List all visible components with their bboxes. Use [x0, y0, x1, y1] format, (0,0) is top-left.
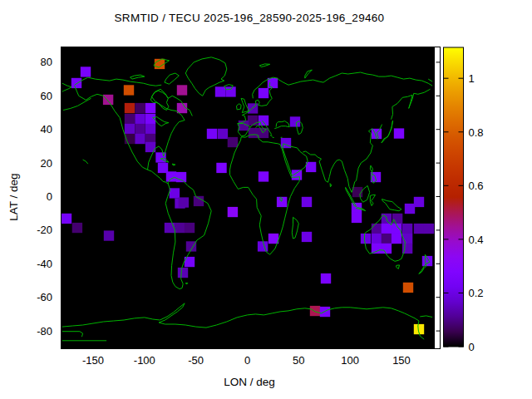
tec-cell	[216, 163, 226, 173]
tec-cell	[361, 234, 371, 244]
tec-cell	[259, 171, 268, 181]
map-plot: 806040200-20-40-60-80-150-100-5005010015…	[0, 0, 532, 399]
tec-cell	[145, 124, 155, 134]
colorbar-tick-label: 0.8	[469, 126, 484, 139]
tec-cell	[72, 223, 82, 233]
tec-cell	[103, 95, 113, 105]
tec-cell	[306, 162, 316, 172]
colorbar-tick-label: 0.4	[469, 234, 484, 246]
tec-cell	[62, 214, 71, 224]
tec-cell	[259, 116, 268, 126]
tec-cell	[302, 197, 312, 207]
tec-cell	[215, 86, 225, 96]
tec-cell	[135, 103, 145, 113]
tec-cell	[392, 234, 401, 244]
tec-cell	[170, 188, 180, 198]
tec-cell	[382, 244, 392, 254]
x-axis-label: LON / deg	[46, 376, 453, 388]
tec-cell	[194, 196, 204, 206]
chart-title: SRMTID / TECU 2025-196_28590-2025-196_29…	[46, 12, 453, 24]
tec-cell	[179, 197, 189, 207]
y-tick-label: 60	[41, 90, 52, 102]
tec-cell	[228, 137, 238, 147]
x-tick-label: -100	[134, 354, 155, 367]
tec-cell	[166, 171, 176, 181]
tec-cell	[225, 86, 235, 96]
tec-cell	[402, 224, 412, 234]
y-axis-label: LAT / deg	[7, 155, 22, 239]
map-background	[62, 47, 435, 348]
colorbar-tick-label: 1	[469, 72, 475, 85]
tec-cell	[125, 124, 135, 134]
colorbar-tick-label: 0.6	[469, 180, 484, 192]
tec-cell	[372, 244, 382, 254]
tec-cell	[302, 232, 312, 242]
tec-cell	[165, 223, 175, 233]
tec-cell	[135, 114, 145, 124]
x-tick-label: 100	[341, 354, 359, 367]
x-tick-label: 0	[244, 354, 250, 367]
tec-cell	[372, 234, 382, 244]
tec-cell	[124, 85, 134, 95]
x-tick-label: 50	[293, 354, 304, 367]
tec-cell	[258, 241, 268, 251]
x-tick-label: 150	[392, 354, 411, 367]
tec-cell	[403, 283, 413, 293]
tec-cell	[228, 207, 238, 217]
tec-cell	[125, 114, 135, 124]
x-tick-label: -50	[188, 354, 204, 367]
tec-cell	[81, 66, 91, 76]
figure: 806040200-20-40-60-80-150-100-5005010015…	[0, 0, 532, 399]
colorbar-tick-label: 0	[469, 341, 475, 353]
tec-cell	[424, 224, 434, 234]
tec-cell	[259, 88, 268, 98]
tec-cell	[352, 213, 362, 223]
tec-cell	[414, 197, 424, 207]
y-tick-label: -80	[37, 325, 52, 337]
y-tick-label: -60	[37, 291, 52, 303]
y-tick-label: -20	[37, 224, 52, 236]
y-tick-label: 40	[41, 123, 52, 135]
y-tick-label: 0	[47, 190, 52, 203]
tec-cell	[125, 103, 135, 113]
tec-cell	[372, 224, 382, 234]
tec-cell	[394, 128, 404, 138]
tec-cell	[248, 103, 258, 113]
tec-cell	[321, 273, 331, 283]
tec-cell	[310, 306, 320, 316]
tec-cell	[382, 234, 392, 244]
tec-cell	[177, 85, 187, 95]
colorbar-tick-label: 0.2	[469, 287, 484, 299]
y-tick-label: -40	[37, 258, 52, 270]
tec-cell	[218, 129, 228, 139]
y-tick-label: 80	[41, 56, 52, 68]
tec-cell	[382, 224, 392, 234]
colorbar	[444, 47, 464, 347]
tec-cell	[158, 163, 168, 173]
tec-cell	[185, 223, 195, 233]
y-tick-label: 20	[41, 157, 52, 170]
tec-cell	[249, 128, 259, 138]
tec-cell	[248, 116, 258, 126]
x-tick-label: -150	[82, 354, 104, 367]
tec-cell	[135, 134, 145, 144]
tec-cell	[175, 223, 185, 233]
tec-cell	[145, 103, 155, 113]
tec-cell	[207, 129, 217, 139]
tec-cell	[71, 78, 81, 88]
tec-cell	[104, 230, 114, 240]
tec-cell	[178, 268, 188, 278]
tec-cell	[176, 172, 186, 182]
tec-cell	[135, 124, 145, 134]
tec-cell	[259, 128, 268, 138]
tec-cell	[414, 224, 424, 234]
tec-cell	[405, 204, 415, 214]
